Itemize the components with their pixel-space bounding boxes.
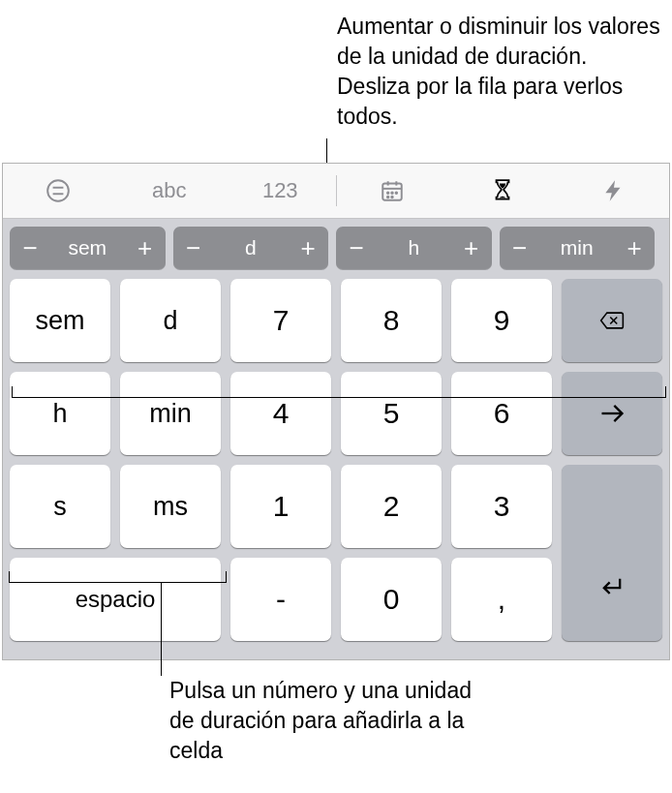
- key-unit-d[interactable]: d: [120, 279, 221, 362]
- key-9[interactable]: 9: [451, 279, 552, 362]
- svg-point-7: [387, 192, 389, 194]
- key-dash[interactable]: -: [230, 558, 331, 641]
- unit-stepper-row[interactable]: − sem + − d + − h + − min +: [3, 219, 669, 277]
- annotation-top-text: Aumentar o disminuir los valores de la u…: [337, 12, 666, 132]
- key-1[interactable]: 1: [230, 465, 331, 548]
- date-mode-button[interactable]: [337, 164, 448, 218]
- stepper-min-minus[interactable]: −: [509, 233, 531, 263]
- key-unit-s[interactable]: s: [10, 465, 110, 548]
- return-icon: [598, 573, 626, 600]
- key-unit-ms[interactable]: ms: [120, 465, 221, 548]
- annotation-bottom-text: Pulsa un número y una unidad de duración…: [169, 676, 499, 766]
- key-next[interactable]: [562, 372, 662, 455]
- hourglass-icon: [490, 178, 515, 203]
- key-4[interactable]: 4: [230, 372, 331, 455]
- key-return[interactable]: [562, 465, 662, 641]
- stepper-d-minus[interactable]: −: [183, 233, 204, 263]
- stepper-d-plus[interactable]: +: [297, 233, 319, 263]
- key-space[interactable]: espacio: [10, 558, 221, 641]
- lightning-icon: [601, 178, 626, 203]
- stepper-sem-label: sem: [68, 236, 107, 259]
- callout-line-bottom: [161, 582, 162, 676]
- stepper-d[interactable]: − d +: [173, 227, 329, 269]
- stepper-sem[interactable]: − sem +: [10, 227, 166, 269]
- stepper-min[interactable]: − min +: [500, 227, 656, 269]
- key-unit-min[interactable]: min: [120, 372, 221, 455]
- key-8[interactable]: 8: [341, 279, 442, 362]
- formula-mode-button[interactable]: [3, 164, 114, 218]
- key-3[interactable]: 3: [451, 465, 552, 548]
- keypad-grid: sem d 7 8 9 h min 4 5 6 s ms 1 2 3: [3, 277, 669, 659]
- backspace-icon: [598, 307, 626, 334]
- stepper-sem-plus[interactable]: +: [135, 233, 156, 263]
- stepper-h[interactable]: − h +: [336, 227, 492, 269]
- key-5[interactable]: 5: [341, 372, 442, 455]
- bracket-bottom: [9, 571, 227, 583]
- stepper-min-plus[interactable]: +: [624, 233, 645, 263]
- stepper-sem-minus[interactable]: −: [19, 233, 41, 263]
- text-mode-button[interactable]: abc: [114, 164, 226, 218]
- formula-icon: [46, 178, 71, 203]
- key-0[interactable]: 0: [341, 558, 442, 641]
- key-unit-sem[interactable]: sem: [10, 279, 110, 362]
- calendar-icon: [380, 178, 405, 203]
- stepper-min-label: min: [561, 236, 594, 259]
- stepper-h-label: h: [408, 236, 419, 259]
- quick-mode-button[interactable]: [559, 164, 670, 218]
- key-6[interactable]: 6: [451, 372, 552, 455]
- svg-point-0: [47, 180, 69, 201]
- stepper-h-plus[interactable]: +: [461, 233, 482, 263]
- bracket-top: [12, 386, 666, 398]
- svg-point-9: [395, 192, 397, 194]
- svg-point-10: [387, 197, 389, 198]
- key-7[interactable]: 7: [230, 279, 331, 362]
- stepper-h-minus[interactable]: −: [346, 233, 367, 263]
- svg-point-8: [391, 192, 393, 194]
- keyboard-mode-toolbar: abc 123: [3, 164, 669, 219]
- arrow-right-icon: [598, 400, 626, 427]
- duration-mode-button[interactable]: [447, 164, 559, 218]
- number-mode-button[interactable]: 123: [225, 164, 336, 218]
- stepper-d-label: d: [245, 236, 257, 259]
- key-unit-h[interactable]: h: [10, 372, 110, 455]
- key-2[interactable]: 2: [341, 465, 442, 548]
- svg-point-11: [391, 197, 393, 198]
- key-backspace[interactable]: [562, 279, 662, 362]
- key-comma[interactable]: ,: [451, 558, 552, 641]
- duration-keyboard: abc 123: [2, 163, 670, 660]
